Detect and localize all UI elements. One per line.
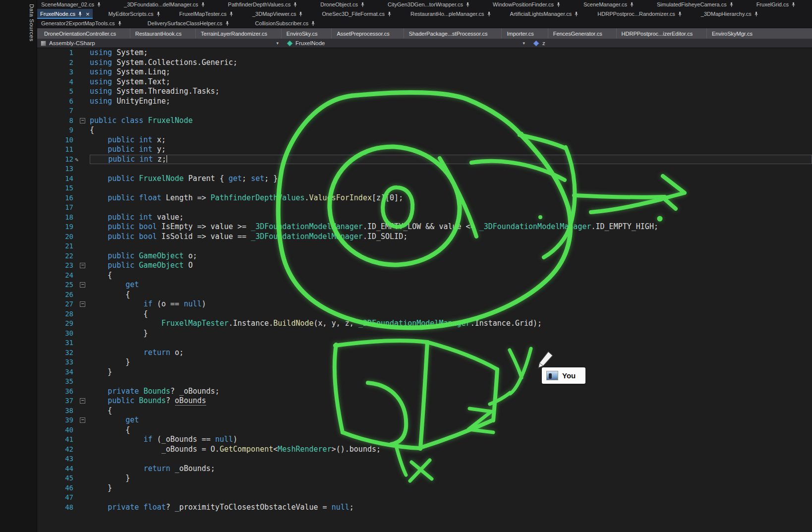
pin-icon[interactable]	[387, 11, 392, 17]
pin-icon[interactable]	[754, 11, 758, 17]
code-text[interactable]: public int y;	[90, 145, 812, 155]
pin-icon[interactable]	[465, 2, 470, 7]
tab-enviroskymgr-cs[interactable]: EnviroSkyMgr.cs	[706, 28, 757, 39]
code-text[interactable]: private float? _proximityToClosestObstac…	[90, 503, 812, 513]
code-text[interactable]: get	[90, 415, 812, 425]
tab-terrainlayerrandomizer-cs[interactable]: TerrainLayerRandomizer.cs	[195, 28, 272, 39]
tab-windowpositionfinder-cs[interactable]: WindowPositionFinder.cs	[490, 0, 564, 9]
code-text[interactable]: using UnityEngine;	[90, 97, 812, 107]
fold-collapse-icon[interactable]: −	[80, 282, 85, 288]
code-text[interactable]	[90, 183, 812, 193]
tab-artificiallightsmanager-cs[interactable]: ArtificialLightsManager.cs	[507, 9, 582, 19]
pin-icon[interactable]	[630, 2, 634, 7]
pin-icon[interactable]	[729, 2, 734, 7]
code-text[interactable]: }	[90, 357, 812, 367]
code-line-47[interactable]: 47	[37, 493, 812, 503]
code-line-36[interactable]: 36 private Bounds? _oBounds;	[37, 387, 812, 397]
tab-scenemanager-cs[interactable]: SceneManager.cs	[580, 0, 637, 9]
code-line-29[interactable]: 29 FruxelMapTester.Instance.BuildNode(x,…	[37, 319, 812, 329]
code-text[interactable]: public int value;	[90, 213, 812, 223]
code-text[interactable]: public int x;	[90, 135, 812, 145]
code-line-8[interactable]: 8−public class FruxelNode	[37, 116, 812, 126]
code-text[interactable]: return o;	[90, 348, 812, 358]
tab-shaderpackage-stprocessor-cs[interactable]: ShaderPackage...stProcessor.cs	[404, 28, 493, 39]
tab-simulatedfisheyecamera-cs[interactable]: SimulatedFisheyeCamera.cs	[654, 0, 737, 9]
data-sources-tab[interactable]: Data Sources	[29, 4, 35, 42]
code-line-13[interactable]: 13	[37, 164, 812, 174]
tab-deliverysurfaceclasshelper-cs[interactable]: DeliverySurfaceClassHelper.cs	[145, 19, 232, 28]
code-line-45[interactable]: 45 }	[37, 473, 812, 483]
code-line-18[interactable]: 18 public int value;	[37, 213, 812, 223]
code-line-9[interactable]: 9{	[37, 125, 812, 135]
code-line-10[interactable]: 10 public int x;	[37, 135, 812, 145]
pin-icon[interactable]	[487, 11, 491, 17]
tab-generator2exportmaptools-cs[interactable]: Generator2ExportMapTools.cs	[38, 19, 125, 28]
outlining-margin[interactable]: −	[76, 396, 90, 406]
project-dropdown[interactable]: Assembly-CSharp ▾	[37, 39, 283, 48]
pin-icon[interactable]	[225, 21, 230, 26]
code-line-12[interactable]: 12✎ public int z;	[37, 155, 812, 165]
code-line-15[interactable]: 15	[37, 183, 812, 193]
code-text[interactable]: using System;	[90, 48, 812, 58]
code-line-48[interactable]: 48 private float? _proximityToClosestObs…	[37, 503, 812, 513]
tab-3dmapviewer-cs[interactable]: _3DMapViewer.cs	[249, 9, 306, 19]
outlining-margin[interactable]: −	[76, 415, 90, 425]
code-line-4[interactable]: 4using System.Text;	[37, 77, 812, 87]
code-text[interactable]: {	[90, 425, 812, 435]
pin-icon[interactable]	[78, 11, 82, 17]
code-text[interactable]: }	[90, 473, 812, 483]
pin-icon[interactable]	[156, 11, 161, 17]
code-text[interactable]: public GameObject o;	[90, 251, 812, 261]
code-text[interactable]: {	[90, 271, 812, 281]
tab-droneorientationcontroller-cs[interactable]: DroneOrientationController.cs	[39, 28, 121, 39]
tab-envirosky-cs[interactable]: EnviroSky.cs	[281, 28, 323, 39]
code-text[interactable]: }	[90, 483, 812, 493]
pin-icon[interactable]	[293, 2, 297, 7]
tab-restaurantho-plemanager-cs[interactable]: RestaurantHo...pleManager.cs	[407, 9, 494, 19]
code-text[interactable]: FruxelMapTester.Instance.BuildNode(x, y,…	[90, 319, 812, 329]
outlining-margin[interactable]: −	[76, 261, 90, 271]
code-line-35[interactable]: 35	[37, 377, 812, 387]
code-line-11[interactable]: 11 public int y;	[37, 145, 812, 155]
code-text[interactable]: using System.Text;	[90, 77, 812, 87]
code-text[interactable]: public Bounds? oBounds	[90, 396, 812, 406]
fold-collapse-icon[interactable]: −	[80, 263, 85, 268]
tab-hdrppostproc-izereditor-cs[interactable]: HDRPPostproc...izerEditor.cs	[616, 28, 698, 39]
code-text[interactable]	[90, 164, 812, 174]
fold-collapse-icon[interactable]: −	[80, 301, 85, 307]
code-line-27[interactable]: 27− if (o == null)	[37, 299, 812, 309]
code-text[interactable]: }	[90, 329, 812, 339]
code-text[interactable]: if (_oBounds == null)	[90, 435, 812, 445]
code-line-42[interactable]: 42 _oBounds = O.GetComponent<MeshRendere…	[37, 445, 812, 455]
code-line-30[interactable]: 30 }	[37, 329, 812, 339]
code-text[interactable]: return _oBounds;	[90, 464, 812, 474]
code-text[interactable]	[90, 338, 812, 348]
code-line-14[interactable]: 14 public FruxelNode Parent { get; set; …	[37, 174, 812, 184]
tab-fruxelmaptester-cs[interactable]: FruxelMapTester.cs	[176, 9, 236, 19]
tab-assetpreprocessor-cs[interactable]: AssetPreprocessor.cs	[331, 28, 394, 39]
pin-icon[interactable]	[791, 2, 796, 7]
close-icon[interactable]: ×	[86, 11, 90, 17]
code-text[interactable]: {	[90, 125, 812, 135]
pin-icon[interactable]	[117, 21, 122, 26]
pin-icon[interactable]	[97, 2, 101, 7]
code-line-37[interactable]: 37− public Bounds? oBounds	[37, 396, 812, 406]
code-text[interactable]: _oBounds = O.GetComponent<MeshRenderer>(…	[90, 445, 812, 455]
code-line-31[interactable]: 31	[37, 338, 812, 348]
pin-icon[interactable]	[360, 2, 365, 7]
code-line-28[interactable]: 28 {	[37, 309, 812, 319]
tab-3dfoundatio-delmanager-cs[interactable]: _3DFoundatio...delManager.cs	[121, 0, 208, 9]
code-text[interactable]: }	[90, 367, 812, 377]
code-text[interactable]: {	[90, 290, 812, 300]
code-text[interactable]	[90, 454, 812, 464]
code-text[interactable]: {	[90, 406, 812, 416]
code-line-7[interactable]: 7	[37, 106, 812, 116]
code-line-22[interactable]: 22 public GameObject o;	[37, 251, 812, 261]
tab-fruxelgrid-cs[interactable]: FruxelGrid.cs	[754, 0, 799, 9]
code-line-6[interactable]: 6using UnityEngine;	[37, 97, 812, 107]
pin-icon[interactable]	[201, 2, 205, 7]
code-text[interactable]: public bool IsSolid => value == _3DFound…	[90, 232, 812, 242]
tab-importer-cs[interactable]: Importer.cs	[501, 28, 538, 39]
tab-droneobject-cs[interactable]: DroneObject.cs	[317, 0, 368, 9]
code-text[interactable]	[90, 106, 812, 116]
